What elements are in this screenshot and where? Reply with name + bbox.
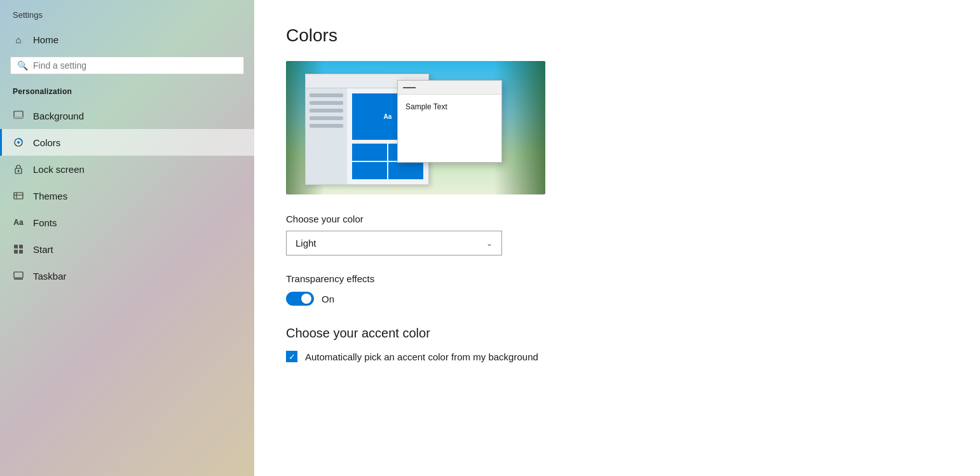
- sidebar-item-colors[interactable]: Colors: [0, 129, 254, 156]
- background-label: Background: [33, 111, 84, 121]
- sidebar-item-taskbar[interactable]: Taskbar: [0, 262, 254, 289]
- sidebar-item-home[interactable]: ⌂ Home: [0, 26, 254, 53]
- preview-sidebar-line: [310, 109, 343, 112]
- taskbar-label: Taskbar: [33, 271, 67, 282]
- sidebar: Settings ⌂ Home 🔍 Personalization Backgr…: [0, 0, 254, 476]
- auto-pick-checkbox[interactable]: ✓: [286, 351, 297, 362]
- checkmark-icon: ✓: [289, 353, 296, 361]
- chevron-down-icon: ⌄: [486, 239, 493, 248]
- preview-sidebar-line: [310, 93, 343, 97]
- sidebar-section-label: Personalization: [0, 83, 254, 102]
- theme-preview: Aa Sample Text: [286, 61, 545, 194]
- svg-rect-13: [14, 272, 23, 278]
- background-icon: [13, 110, 24, 121]
- themes-icon: [13, 190, 24, 201]
- search-icon: 🔍: [17, 60, 28, 71]
- color-dropdown[interactable]: Light ⌄: [286, 231, 502, 255]
- app-title: Settings: [0, 0, 254, 26]
- color-dropdown-value: Light: [296, 238, 316, 248]
- accent-color-title: Choose your accent color: [286, 326, 948, 341]
- colors-icon: [13, 137, 24, 148]
- svg-rect-12: [19, 250, 23, 254]
- sidebar-item-fonts[interactable]: Aa Fonts: [0, 209, 254, 236]
- preview-tile-cell: [352, 144, 387, 161]
- start-label: Start: [33, 244, 53, 255]
- start-icon: [13, 243, 24, 255]
- sidebar-item-lock-screen[interactable]: Lock screen: [0, 156, 254, 182]
- lock-screen-icon: [13, 163, 24, 175]
- home-icon: ⌂: [13, 34, 24, 45]
- preview-sidebar: [306, 88, 347, 184]
- sidebar-item-themes[interactable]: Themes: [0, 182, 254, 209]
- fonts-icon: Aa: [13, 217, 24, 228]
- sample-text-label: Sample Text: [405, 102, 447, 111]
- search-box[interactable]: 🔍: [10, 57, 244, 74]
- home-label: Home: [33, 34, 58, 45]
- taskbar-icon: [13, 270, 24, 282]
- colors-label: Colors: [33, 137, 60, 148]
- svg-rect-6: [14, 193, 23, 199]
- preview-sidebar-line: [310, 101, 343, 105]
- sample-text-body: Sample Text: [398, 95, 501, 119]
- lock-screen-label: Lock screen: [33, 164, 85, 175]
- titlebar-line: [403, 87, 416, 88]
- svg-rect-9: [14, 245, 18, 248]
- svg-point-3: [17, 141, 20, 144]
- svg-rect-11: [14, 250, 18, 254]
- svg-point-5: [18, 170, 20, 172]
- toggle-knob: [301, 294, 311, 304]
- transparency-toggle[interactable]: [286, 292, 314, 306]
- main-content: Colors Aa: [254, 0, 980, 476]
- palm-right-decoration: [494, 61, 545, 194]
- sample-text-dialog: Sample Text: [397, 80, 502, 163]
- themes-label: Themes: [33, 191, 67, 201]
- transparency-toggle-row: On: [286, 292, 948, 306]
- sidebar-item-background[interactable]: Background: [0, 102, 254, 129]
- auto-pick-row: ✓ Automatically pick an accent color fro…: [286, 351, 948, 362]
- sample-text-titlebar: [398, 81, 501, 95]
- svg-rect-10: [19, 245, 23, 248]
- preview-sidebar-line: [310, 116, 343, 120]
- svg-rect-1: [14, 116, 23, 118]
- preview-tile-cell: [352, 162, 387, 179]
- preview-tile-cell: [388, 162, 423, 179]
- svg-rect-14: [14, 278, 23, 280]
- page-title: Colors: [286, 25, 948, 46]
- fonts-label: Fonts: [33, 217, 57, 228]
- auto-pick-label: Automatically pick an accent color from …: [305, 351, 538, 362]
- sidebar-item-start[interactable]: Start: [0, 236, 254, 262]
- choose-color-label: Choose your color: [286, 214, 948, 224]
- search-input[interactable]: [33, 60, 237, 71]
- preview-sidebar-line: [310, 124, 343, 128]
- transparency-label: Transparency effects: [286, 273, 948, 284]
- toggle-state-label: On: [322, 294, 334, 304]
